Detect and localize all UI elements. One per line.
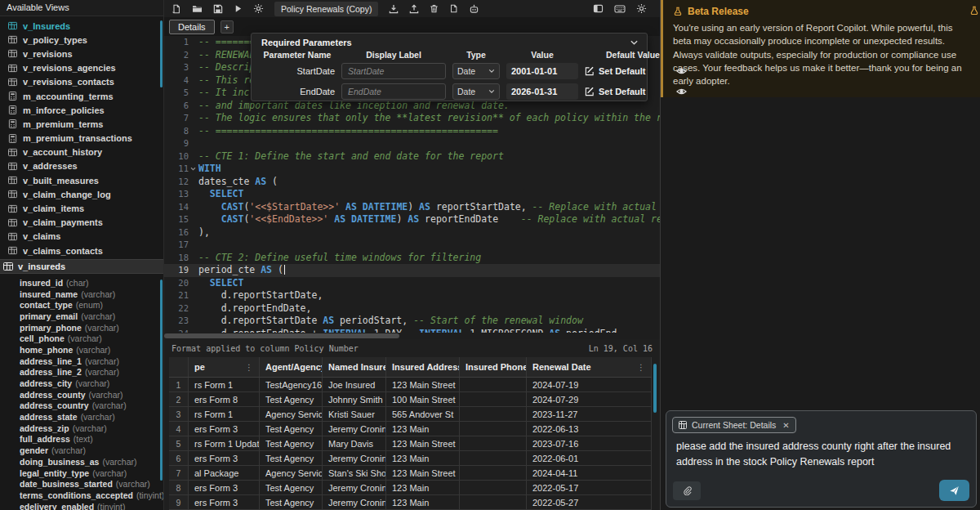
editor-hscrollbar[interactable]	[164, 333, 660, 339]
current-sheet-chip[interactable]: Current Sheet: Details ✕	[672, 417, 796, 433]
column-insured_name[interactable]: insured_name(varchar)	[0, 289, 163, 300]
tab-details[interactable]: Details	[169, 20, 215, 34]
table-row[interactable]: 1rs Form 1TestAgency16Joe Insured123 Mai…	[169, 378, 652, 392]
sidebar-item-v_claims_contacts[interactable]: v_claims_contacts	[0, 244, 163, 257]
column-header-insured-address[interactable]: Insured Address⋮	[386, 357, 460, 377]
column-address_city[interactable]: address_city(varchar)	[0, 378, 163, 389]
panel-toggle-icon[interactable]	[593, 4, 604, 13]
column-gender[interactable]: gender(varchar)	[0, 445, 163, 456]
settings-gear-icon[interactable]	[253, 3, 264, 14]
table-row[interactable]: 7al PackageAgency ServicesStan's Ski Sho…	[169, 466, 652, 481]
column-header-named-insured[interactable]: Named Insured⋮	[323, 357, 386, 377]
column-primary_phone[interactable]: primary_phone(varchar)	[0, 322, 163, 333]
settings-gear-icon-right[interactable]	[636, 3, 647, 14]
set-default-button[interactable]: Set Default	[585, 66, 666, 76]
column-header-agent-agency[interactable]: Agent/Agency⋮	[260, 357, 323, 377]
column-address_country[interactable]: address_country(varchar)	[0, 400, 163, 412]
table-row[interactable]: 6ers Form 3Test AgencyJeremy Cronin123 M…	[169, 451, 652, 466]
column-menu-icon[interactable]: ⋮	[245, 363, 253, 372]
open-folder-icon[interactable]	[192, 4, 203, 13]
column-legal_entity_type[interactable]: legal_entity_type(varchar)	[0, 468, 163, 479]
sidebar-item-v_revisions_agencies[interactable]: v_revisions_agencies	[0, 61, 163, 75]
param-value-input[interactable]: 2001-01-01	[506, 63, 578, 79]
save-icon[interactable]	[213, 4, 223, 14]
column-date_business_started[interactable]: date_business_started(varchar)	[0, 478, 163, 490]
table-row[interactable]: 4ers Form 3Test AgencyJeremy Cronin123 M…	[169, 422, 652, 436]
columns-scrollbar[interactable]	[160, 280, 163, 481]
column-home_phone[interactable]: home_phone(varchar)	[0, 344, 163, 356]
sidebar-item-v_claim_payments[interactable]: v_claim_payments	[0, 216, 163, 230]
sidebar-item-v_account_history[interactable]: v_account_history	[0, 145, 163, 159]
column-terms_conditions_accepted[interactable]: terms_conditions_accepted(tinyint)	[0, 490, 163, 501]
sidebar-item-v_revisions[interactable]: v_revisions	[0, 47, 163, 60]
column-contact_type[interactable]: contact_type(enum)	[0, 299, 163, 311]
sidebar-item-v_policy_types[interactable]: v_policy_types	[0, 33, 163, 47]
eye-icon[interactable]	[676, 67, 687, 75]
table-row[interactable]: 8ers Form 3Test AgencyJeremy Cronin123 M…	[169, 481, 652, 495]
sidebar-item-v_claim_change_log[interactable]: v_claim_change_log	[0, 187, 163, 201]
type-select[interactable]: Date	[452, 83, 500, 100]
sidebar-item-m_accounting_terms[interactable]: m_accounting_terms	[0, 89, 163, 103]
new-report-icon[interactable]	[172, 4, 181, 14]
add-sheet-button[interactable]: +	[220, 20, 234, 34]
column-header-insured-phone[interactable]: Insured Phone⋮	[460, 357, 527, 377]
column-address_line_1[interactable]: address_line_1(varchar)	[0, 356, 163, 367]
sidebar-item-v_Insureds[interactable]: v_Insureds	[0, 19, 163, 33]
column-cell_phone[interactable]: cell_phone(varchar)	[0, 333, 163, 344]
column-edelivery_enabled[interactable]: edelivery_enabled(tinyint)	[0, 501, 163, 510]
sidebar-item-m_inforce_policies[interactable]: m_inforce_policies	[0, 103, 163, 117]
chip-close-icon[interactable]: ✕	[782, 421, 789, 430]
chevron-down-icon[interactable]	[630, 39, 639, 46]
delete-icon[interactable]	[430, 4, 439, 13]
send-button[interactable]	[939, 480, 969, 501]
document-icon[interactable]	[449, 4, 458, 13]
table-row[interactable]: 9ers Form 3Test AgencyJeremy Cronin123 M…	[169, 495, 652, 510]
column-insured_id[interactable]: insured_id(char)	[0, 277, 163, 289]
view-label: m_accounting_terms	[23, 92, 114, 101]
keyboard-icon[interactable]	[614, 5, 626, 13]
column-type: (varchar)	[51, 445, 86, 455]
sidebar-item-m_premium_transactions[interactable]: m_premium_transactions	[0, 132, 163, 145]
copilot-robot-icon[interactable]	[469, 4, 479, 14]
display-label-input[interactable]: EndDate	[341, 83, 446, 100]
sidebar-item-v_addresses[interactable]: v_addresses	[0, 159, 163, 173]
sidebar-item-v_claim_items[interactable]: v_claim_items	[0, 201, 163, 215]
param-value-input[interactable]: 2026-01-31	[506, 83, 578, 100]
report-title[interactable]: Policy Renewals (Copy)	[274, 2, 378, 16]
table-icon	[8, 232, 17, 241]
sidebar-item-v_built_measures[interactable]: v_built_measures	[0, 173, 163, 187]
chat-message-input[interactable]: please add the insured address county ri…	[666, 433, 976, 470]
column-primary_email[interactable]: primary_email(varchar)	[0, 311, 163, 322]
table-cell: 2023-07-16	[527, 436, 652, 450]
results-header-row: pe⋮Agent/Agency⋮Named Insured⋮Insured Ad…	[169, 357, 652, 378]
eye-icon[interactable]	[676, 87, 687, 96]
run-icon[interactable]	[234, 4, 243, 13]
views-scrollbar[interactable]	[160, 20, 163, 87]
column-address_zip[interactable]: address_zip(varchar)	[0, 423, 163, 434]
table-row[interactable]: 5rs Form 1 UpdatedTest AgencyMary Davis1…	[169, 436, 652, 451]
upload-icon[interactable]	[409, 4, 419, 14]
table-row[interactable]: 3rs Form 1Agency ServicesKristi Sauer565…	[169, 407, 652, 422]
type-select[interactable]: Date	[452, 63, 500, 79]
column-header-renewal-date[interactable]: Renewal Date⋮	[527, 357, 652, 377]
column-header-pe[interactable]: pe⋮	[189, 357, 260, 377]
column-full_address[interactable]: full_address(text)	[0, 434, 163, 445]
set-default-button[interactable]: Set Default	[585, 87, 666, 96]
column-address_line_2[interactable]: address_line_2(varchar)	[0, 367, 163, 378]
sidebar-item-v-insureds-expanded[interactable]: v_insureds	[0, 259, 163, 274]
fold-chevron-icon[interactable]	[190, 167, 196, 171]
column-menu-icon[interactable]: ⋮	[637, 363, 645, 372]
column-address_county[interactable]: address_county(varchar)	[0, 389, 163, 400]
attach-button[interactable]	[673, 481, 701, 500]
display-label-input[interactable]: StartDate	[341, 63, 446, 79]
sidebar-item-m_premium_terms[interactable]: m_premium_terms	[0, 117, 163, 131]
sidebar-item-v_claims[interactable]: v_claims	[0, 230, 163, 244]
results-scrollbar[interactable]	[653, 364, 657, 413]
chat-input-card[interactable]: Current Sheet: Details ✕ please add the …	[666, 410, 977, 508]
column-address_state[interactable]: address_state(varchar)	[0, 411, 163, 423]
column-doing_business_as[interactable]: doing_business_as(varchar)	[0, 456, 163, 468]
table-icon	[8, 49, 17, 58]
table-row[interactable]: 2ers Form 8Test AgencyJohnny Smith100 Ma…	[169, 392, 652, 407]
sidebar-item-v_revisions_contacts[interactable]: v_revisions_contacts	[0, 75, 163, 89]
download-icon[interactable]	[389, 4, 399, 14]
